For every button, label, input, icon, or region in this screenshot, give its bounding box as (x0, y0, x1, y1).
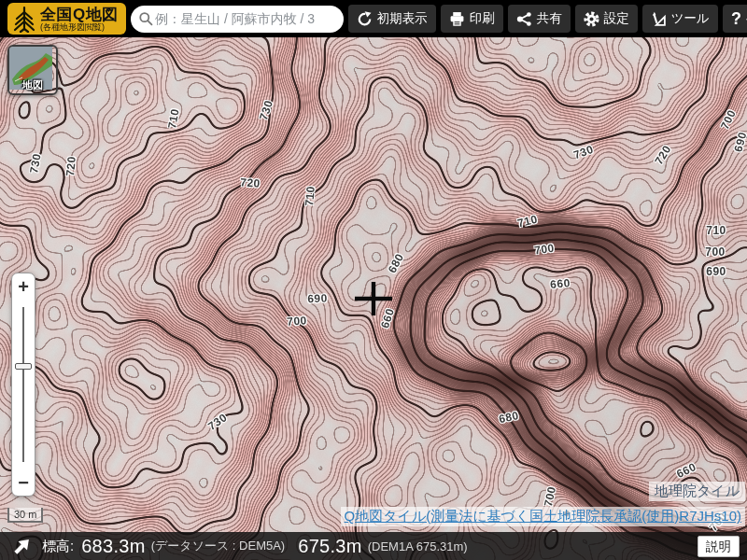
toolbar: 全国Q地図 (各種地形図閲覧) 初期表示 (0, 0, 747, 37)
status-bar: 標高: 683.3m (データソース : DEM5A) 675.3m (DEM1… (0, 532, 747, 560)
search-box (131, 6, 344, 33)
zoom-in-button[interactable]: + (12, 273, 35, 300)
explain-button[interactable]: 説明 (698, 536, 740, 557)
topo-map-canvas[interactable] (0, 37, 747, 560)
search-icon (138, 10, 153, 27)
share-icon (516, 11, 532, 27)
qmap-app: 全国Q地図 (各種地形図閲覧) 初期表示 (0, 0, 747, 560)
zoom-slider-handle[interactable] (15, 363, 32, 370)
printer-icon (449, 11, 465, 27)
tools-button[interactable]: ツール (642, 5, 718, 33)
location-arrow-icon (11, 536, 33, 557)
elevation-label: 標高: (42, 538, 74, 555)
elevation-value-2: 675.3m (298, 536, 362, 557)
settings-button[interactable]: 設定 (575, 5, 638, 33)
settings-label: 設定 (604, 10, 629, 27)
elevation-source-2: (DEM1A 675.31m) (368, 539, 468, 553)
zoom-slider[interactable] (12, 300, 35, 469)
help-button[interactable]: ? ヘルプ (723, 5, 747, 33)
tree-icon (12, 5, 36, 33)
overview-map-label: 地図 (9, 78, 56, 92)
zoom-control: + − (11, 273, 35, 497)
ruler-pen-icon (651, 11, 667, 27)
elevation-value: 683.3m (81, 536, 146, 557)
app-subtitle: (各種地形図閲覧) (40, 23, 119, 32)
map-viewport[interactable]: 7307207107307207107307207006907107006607… (0, 37, 747, 560)
app-title: 全国Q地図 (40, 7, 119, 22)
share-label: 共有 (537, 10, 562, 27)
gsi-tiles-link[interactable]: 地理院タイル (649, 482, 745, 501)
zoom-slider-track (22, 307, 24, 462)
question-icon: ? (731, 10, 741, 27)
zoom-out-button[interactable]: − (12, 469, 35, 496)
app-logo[interactable]: 全国Q地図 (各種地形図閲覧) (7, 3, 126, 35)
tools-label: ツール (671, 10, 710, 27)
print-button[interactable]: 印刷 (441, 5, 503, 33)
refresh-icon (357, 11, 373, 27)
search-input[interactable] (153, 10, 336, 27)
print-label: 印刷 (470, 10, 495, 27)
elevation-source: (データソース : DEM5A) (151, 538, 286, 554)
reset-view-label: 初期表示 (377, 10, 428, 27)
scale-bar: 30 m (7, 508, 43, 523)
reset-view-button[interactable]: 初期表示 (348, 5, 436, 33)
qmap-tiles-link[interactable]: Q地図タイル(測量法に基づく国土地理院長承認(使用)R7JHs10) (341, 507, 745, 526)
share-button[interactable]: 共有 (508, 5, 571, 33)
gear-icon (584, 11, 599, 27)
overview-map-button[interactable]: 地図 (7, 45, 58, 95)
app-logo-text: 全国Q地図 (各種地形図閲覧) (40, 7, 119, 32)
